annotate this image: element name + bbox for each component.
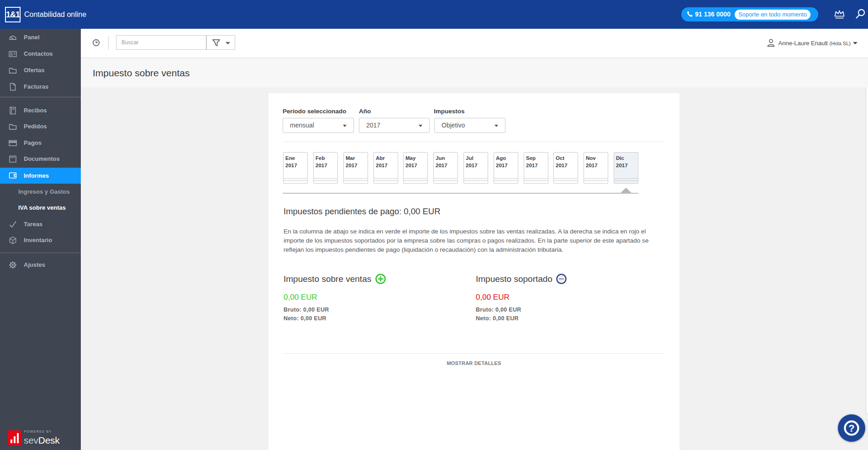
svg-text:?: ? [848, 423, 854, 434]
